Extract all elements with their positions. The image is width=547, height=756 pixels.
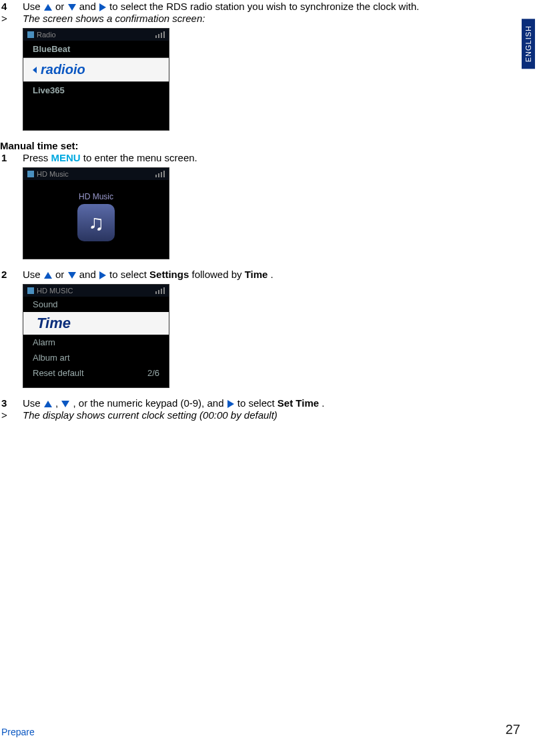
device-screenshot-hdmusic: HD Music HD Music ♫ [23, 167, 169, 259]
step-2: 2 Use or and to select Settings followed… [0, 269, 520, 280]
text-fragment: to select the RDS radio station you wish… [109, 1, 419, 12]
step-text: Use or and to select the RDS radio stati… [23, 1, 520, 12]
page-number: 27 [506, 722, 520, 737]
result-text: The screen shows a confirmation screen: [23, 13, 520, 24]
menu-keyword: MENU [51, 152, 81, 163]
footer-section-name: Prepare [1, 727, 35, 737]
down-arrow-icon [61, 401, 69, 407]
step-number: 2 [0, 269, 23, 280]
result-marker: > [0, 13, 23, 24]
list-item: Sound [23, 297, 169, 312]
step-number: 3 [0, 397, 23, 409]
right-arrow-icon [99, 3, 106, 11]
page-footer: Prepare 27 [1, 722, 520, 737]
up-arrow-icon [44, 272, 52, 279]
screenshot-title: HD MUSIC [37, 287, 73, 295]
text-fragment: , [55, 397, 61, 409]
step-text: Use , , or the numeric keypad (0-9), and… [23, 397, 520, 409]
step-3-result: > The display shows current clock settin… [0, 409, 520, 421]
left-caret-icon [33, 67, 37, 73]
text-fragment: or [55, 269, 67, 280]
text-fragment: . [271, 269, 274, 280]
text-fragment: Use [23, 269, 43, 280]
step-text: Use or and to select Settings followed b… [23, 269, 520, 280]
text-fragment: . [322, 397, 324, 409]
text-fragment: to select [109, 269, 149, 280]
text-fragment: or [55, 1, 67, 12]
list-item: BlueBeat [23, 41, 169, 57]
screenshot-footer: Reset default 2/6 [23, 365, 169, 381]
selected-label: Time [37, 315, 71, 332]
music-icon [27, 171, 34, 177]
result-text: The display shows current clock setting … [23, 409, 520, 421]
step-number: 4 [0, 1, 23, 12]
step-4-result: > The screen shows a confirmation screen… [0, 13, 520, 24]
bold-keyword: Set Time [278, 397, 319, 409]
footer-right: 2/6 [147, 368, 159, 378]
list-item: Live365 [23, 82, 169, 99]
right-arrow-icon [99, 271, 106, 279]
footer-left: Reset default [33, 368, 84, 378]
screenshot-header: Radio [23, 29, 169, 41]
section-heading: Manual time set: [0, 140, 520, 151]
selected-label: radioio [41, 62, 85, 77]
music-icon [27, 287, 34, 294]
screenshot-header: HD Music [23, 168, 169, 180]
screenshot-header: HD MUSIC [23, 285, 169, 297]
step-4: 4 Use or and to select the RDS radio sta… [0, 1, 520, 12]
text-fragment: to enter the menu screen. [83, 152, 197, 163]
down-arrow-icon [68, 272, 76, 279]
bold-keyword: Time [245, 269, 268, 280]
list-item-selected: radioio [23, 57, 169, 82]
text-fragment: and [79, 269, 99, 280]
bold-keyword: Settings [149, 269, 189, 280]
music-note-icon: ♫ [77, 204, 115, 241]
up-arrow-icon [44, 4, 52, 11]
signal-icon [155, 171, 165, 177]
step-text: Press MENU to enter the menu screen. [23, 152, 520, 163]
signal-icon [155, 287, 165, 294]
text-fragment: to select [237, 397, 278, 409]
right-arrow-icon [227, 400, 234, 408]
radio-icon [27, 31, 34, 38]
result-marker: > [0, 409, 23, 421]
text-fragment: Use [23, 397, 43, 409]
step-3: 3 Use , , or the numeric keypad (0-9), a… [0, 397, 520, 409]
text-fragment: Use [23, 1, 43, 12]
step-number: 1 [0, 152, 23, 163]
screenshot-title: HD Music [37, 170, 69, 178]
text-fragment: followed by [191, 269, 244, 280]
device-screenshot-settings: HD MUSIC Sound Time Alarm Album art Rese… [23, 284, 169, 388]
up-arrow-icon [44, 401, 52, 407]
language-tab: ENGLISH [522, 19, 535, 69]
signal-icon [155, 31, 165, 38]
text-fragment: , or the numeric keypad (0-9), and [73, 397, 227, 409]
list-item-selected: Time [23, 312, 169, 335]
device-screenshot-radio: Radio BlueBeat radioio Live365 [23, 28, 169, 131]
down-arrow-icon [68, 4, 76, 11]
screenshot-title: Radio [37, 31, 56, 39]
text-fragment: and [79, 1, 99, 12]
step-1: 1 Press MENU to enter the menu screen. [0, 152, 520, 163]
menu-label: HD Music [79, 192, 113, 201]
list-item: Album art [23, 350, 169, 365]
text-fragment: Press [23, 152, 51, 163]
list-item: Alarm [23, 335, 169, 350]
